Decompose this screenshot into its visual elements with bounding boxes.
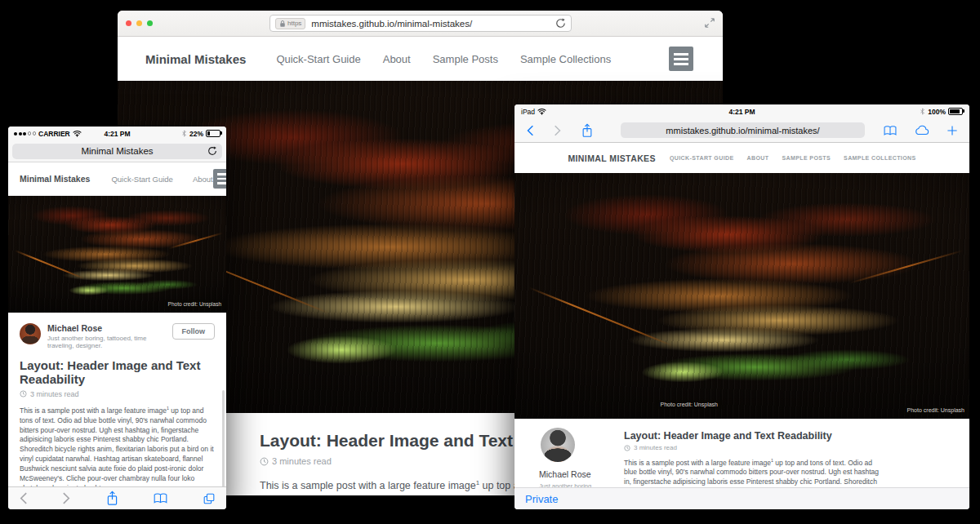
plus-icon xyxy=(947,125,958,136)
photo-credit-overlay: Photo credit: Unsplash xyxy=(902,406,969,415)
traffic-lights xyxy=(126,20,153,26)
safari-bottom-toolbar xyxy=(8,486,226,509)
feature-image: Photo credit: Unsplash xyxy=(514,173,969,419)
book-icon xyxy=(883,125,898,136)
back-button[interactable] xyxy=(526,124,534,137)
post-title: Layout: Header Image and Text Readabilit… xyxy=(624,430,884,442)
reload-button[interactable] xyxy=(207,146,217,156)
nav-link-sample-posts[interactable]: Sample Posts xyxy=(433,53,498,65)
nav-link-quick-start-guide[interactable]: Quick-Start Guide xyxy=(111,175,173,184)
post-excerpt: This is a sample post with a large featu… xyxy=(624,458,884,487)
ipad-status-bar: iPad 4:21 PM 100% xyxy=(514,104,969,118)
status-time: 4:21 PM xyxy=(514,108,969,116)
author-bio: Just another boring, tattooed, time trav… xyxy=(47,335,166,349)
ipad-address-bar[interactable]: mmistakes.github.io/minimal-mistakes/ xyxy=(621,122,865,138)
share-button[interactable] xyxy=(581,123,593,138)
bluetooth-icon xyxy=(181,129,187,138)
composite-canvas: https mmistakes.github.io/minimal-mistak… xyxy=(0,0,980,524)
iphone-site-nav: Minimal Mistakes Quick-Start Guide About xyxy=(8,162,226,196)
nav-hamburger-button[interactable] xyxy=(213,169,226,189)
site-brand[interactable]: Minimal Mistakes xyxy=(145,52,246,66)
close-window-button[interactable] xyxy=(126,20,131,26)
bookmarks-button[interactable] xyxy=(883,125,898,136)
excerpt-text: This is a sample post with a large featu… xyxy=(260,480,476,491)
ipad-toolbar: mmistakes.github.io/minimal-mistakes/ xyxy=(514,118,969,143)
forward-button[interactable] xyxy=(554,124,562,137)
icloud-tabs-button[interactable] xyxy=(914,125,930,135)
desktop-address-bar[interactable]: https mmistakes.github.io/minimal-mistak… xyxy=(270,15,572,32)
iphone-status-bar: CARRIER 4:21 PM 22% xyxy=(8,127,226,140)
read-time: 3 minutes read xyxy=(634,444,677,451)
bookmarks-button[interactable] xyxy=(153,492,168,504)
bluetooth-icon xyxy=(920,107,925,116)
iphone-address-bar[interactable]: Minimal Mistakes xyxy=(12,144,222,159)
author-name: Michael Rose xyxy=(539,469,601,479)
battery-percent: 22% xyxy=(189,130,203,138)
follow-button[interactable]: Follow xyxy=(172,323,216,340)
hamburger-icon xyxy=(674,53,688,56)
https-badge: https xyxy=(275,18,305,29)
minimize-window-button[interactable] xyxy=(136,20,142,26)
post-title: Layout: Header Image and Text Readabilit… xyxy=(20,358,215,387)
share-icon xyxy=(106,491,118,506)
p1-text: This is a sample post with a large featu… xyxy=(20,406,167,415)
author-avatar xyxy=(20,323,41,344)
fullscreen-button[interactable] xyxy=(704,17,715,29)
desktop-nav-links: Quick-Start Guide About Sample Posts Sam… xyxy=(276,53,611,65)
post-article: Layout: Header Image and Text Readabilit… xyxy=(624,428,884,487)
zoom-window-button[interactable] xyxy=(147,20,153,26)
nav-link-quick-start-guide[interactable]: Quick-Start Guide xyxy=(670,155,734,161)
nav-hamburger-button[interactable] xyxy=(669,47,693,71)
author-row: Michael Rose Just another boring, tattoo… xyxy=(20,323,215,349)
reload-button[interactable] xyxy=(555,18,566,29)
tabs-button[interactable] xyxy=(203,492,216,505)
nav-link-about[interactable]: About xyxy=(193,175,213,184)
url-text: mmistakes.github.io/minimal-mistakes/ xyxy=(666,126,819,135)
clock-icon xyxy=(20,390,27,397)
book-icon xyxy=(153,492,168,504)
photo-credit-overlay: Photo credit: Unsplash xyxy=(163,300,226,309)
page-title-in-urlbar: Minimal Mistakes xyxy=(81,146,153,156)
https-label: https xyxy=(287,20,301,27)
photo-credit-overlay: Photo credit: Unsplash xyxy=(656,400,723,409)
ipad-site-nav: Minimal Mistakes Quick-Start Guide About… xyxy=(514,143,969,173)
iphone-safari-window: CARRIER 4:21 PM 22% Minimal Mistakes xyxy=(8,127,226,509)
nav-link-sample-collections[interactable]: Sample Collections xyxy=(844,155,915,161)
nav-link-sample-collections[interactable]: Sample Collections xyxy=(520,53,611,65)
site-brand[interactable]: Minimal Mistakes xyxy=(568,153,656,163)
ipad-post: Michael Rose Just another boring, tattoo… xyxy=(514,419,969,487)
author-sidebar: Michael Rose Just another boring, tattoo… xyxy=(539,428,601,487)
ipad-nav-links: Quick-Start Guide About Sample Posts Sam… xyxy=(670,155,916,161)
battery-icon xyxy=(206,130,220,138)
private-toggle[interactable]: Private xyxy=(525,493,558,505)
nav-link-about[interactable]: About xyxy=(383,53,411,65)
read-time: 3 minutes read xyxy=(272,456,332,466)
nav-link-sample-posts[interactable]: Sample Posts xyxy=(782,155,831,161)
p1-text: This is a sample post with a large featu… xyxy=(624,459,771,467)
iphone-post: Michael Rose Just another boring, tattoo… xyxy=(8,313,226,486)
back-button[interactable] xyxy=(19,491,28,505)
read-time: 3 minutes read xyxy=(30,390,79,398)
nav-link-about[interactable]: About xyxy=(747,155,769,161)
share-button[interactable] xyxy=(106,491,118,506)
scroll-indicator[interactable] xyxy=(222,390,225,486)
new-tab-button[interactable] xyxy=(947,125,958,136)
url-text: mmistakes.github.io/minimal-mistakes/ xyxy=(311,19,555,29)
forward-button[interactable] xyxy=(62,491,71,505)
ipad-safari-window: iPad 4:21 PM 100% xyxy=(514,104,969,509)
p1-text-rest: up top and tons of text. Odio ad blue bo… xyxy=(20,406,214,486)
fullscreen-expand-icon xyxy=(704,17,715,29)
battery-icon xyxy=(948,108,963,116)
clock-icon xyxy=(260,457,269,466)
reload-icon xyxy=(555,18,566,29)
site-brand[interactable]: Minimal Mistakes xyxy=(20,174,90,184)
post-body: This is a sample post with a large featu… xyxy=(20,406,215,486)
reload-icon xyxy=(207,146,217,156)
iphone-nav-links: Quick-Start Guide About xyxy=(111,175,212,184)
nav-link-quick-start-guide[interactable]: Quick-Start Guide xyxy=(276,53,360,65)
hamburger-icon xyxy=(217,173,226,175)
desktop-site-nav: Minimal Mistakes Quick-Start Guide About… xyxy=(118,37,723,81)
battery-percent: 100% xyxy=(928,108,946,116)
post-meta: 3 minutes read xyxy=(624,444,884,451)
lock-icon xyxy=(279,20,286,28)
